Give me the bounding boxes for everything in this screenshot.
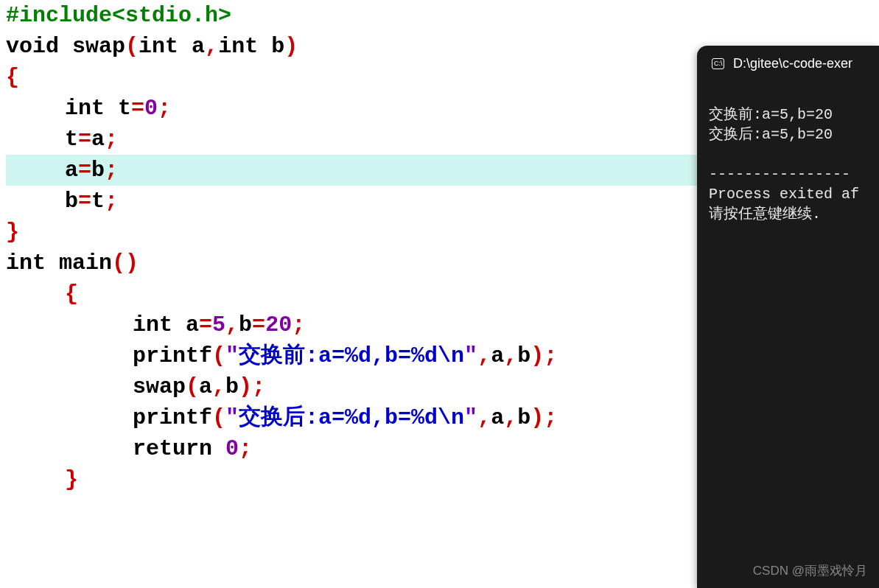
watermark-text: CSDN @雨墨戏怜月 [753,562,867,579]
terminal-titlebar[interactable]: C:\ D:\gitee\c-code-exer [697,46,879,85]
terminal-output: 交换前:a=5,b=20 交换后:a=5,b=20 --------------… [697,85,879,244]
terminal-title-text: D:\gitee\c-code-exer [733,56,852,71]
code-line: #include<stdio.h> [6,0,873,31]
terminal-icon: C:\ [712,58,724,69]
terminal-window[interactable]: C:\ D:\gitee\c-code-exer 交换前:a=5,b=20 交换… [697,46,879,588]
